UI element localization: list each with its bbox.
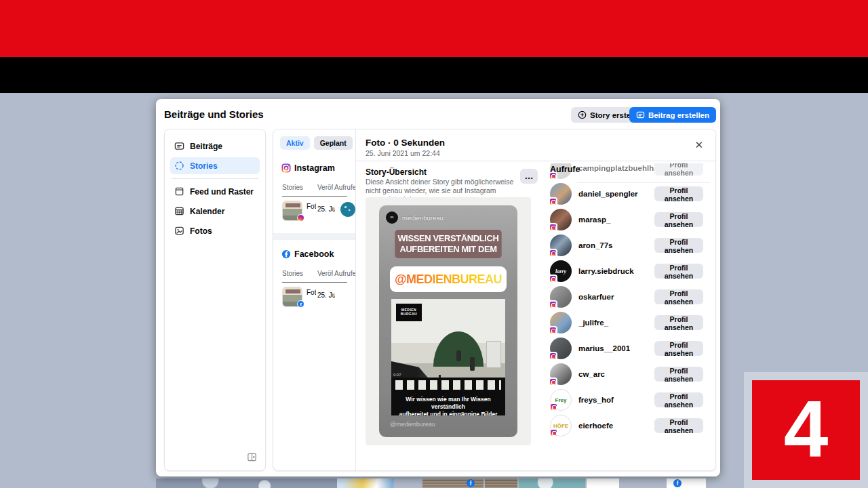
- facebook-badge-icon: f: [467, 479, 475, 487]
- view-profile-button[interactable]: Profil ansehen: [654, 212, 703, 227]
- screen: f f Beiträge und Stories Story erstellen…: [0, 0, 868, 488]
- sidebar: Beiträge Stories Feed und Raster Kalende: [164, 129, 266, 471]
- viewer-username: oskarfuer: [578, 293, 654, 301]
- view-profile-button[interactable]: Profil ansehen: [654, 341, 703, 356]
- viewer-row: _julifre_ Profil ansehen: [547, 310, 715, 336]
- page-avatar: [340, 202, 355, 217]
- table-header-divider: [282, 196, 347, 197]
- viewer-username: _julifre_: [578, 319, 654, 327]
- sidebar-item-stories[interactable]: Stories: [170, 157, 260, 174]
- story-detail-panel: Foto · 0 Sekunden 25. Juni 2021 um 22:44…: [356, 129, 715, 470]
- instagram-story-row[interactable]: Foto November 25. Juni: [282, 199, 355, 226]
- instagram-badge-icon: [549, 326, 557, 335]
- story-photo: MEDIEN BUREAU 0:07 Wir wissen wie man Ih…: [391, 299, 505, 415]
- posts-and-stories-modal: Beiträge und Stories Story erstellen Bei…: [156, 99, 720, 476]
- thumbnail-image: [587, 479, 619, 488]
- facebook-icon: [281, 249, 291, 259]
- tab-aktiv[interactable]: Aktiv: [280, 136, 310, 150]
- account-avatar: MB: [386, 211, 398, 224]
- sidebar-item-beitraege[interactable]: Beiträge: [170, 138, 260, 155]
- view-profile-button[interactable]: Profil ansehen: [654, 264, 703, 279]
- view-profile-button[interactable]: Profil ansehen: [654, 163, 703, 176]
- instagram-icon: [281, 163, 291, 173]
- instagram-badge-icon: [549, 428, 558, 437]
- view-profile-button[interactable]: Profil ansehen: [654, 315, 703, 330]
- story-headline: WISSEN VERSTÄNDLICH AUFBEREITEN MIT DEM: [395, 230, 501, 258]
- viewer-username: freys_hof: [578, 396, 654, 404]
- sidebar-item-feed-und-raster[interactable]: Feed und Raster: [170, 183, 260, 200]
- viewer-username: eierhoefe: [578, 422, 654, 430]
- collapse-sidebar-icon[interactable]: [247, 452, 257, 462]
- viewer-row: HÖFE eierhoefe Profil ansehen: [547, 413, 715, 439]
- instagram-badge-icon: [549, 274, 557, 283]
- view-profile-button[interactable]: Profil ansehen: [654, 289, 703, 304]
- more-options-button[interactable]: …: [520, 169, 538, 184]
- view-profile-button[interactable]: Profil ansehen: [654, 418, 703, 433]
- avatar: [550, 209, 572, 230]
- viewer-username: daniel_spengler: [578, 190, 654, 198]
- viewer-row: aron_77s Profil ansehen: [547, 232, 715, 258]
- viewer-row: cw_arc Profil ansehen: [547, 361, 715, 387]
- viewer-username: aron_77s: [578, 241, 654, 249]
- person-figure: [470, 357, 475, 371]
- thumbnail-image: [337, 479, 394, 488]
- viewer-username: marius__2001: [578, 344, 654, 352]
- close-icon[interactable]: ✕: [693, 139, 705, 151]
- content-card: Aktiv Geplant Archiv Instagram Stories V…: [273, 129, 716, 471]
- table-header-divider: [282, 282, 347, 283]
- viewer-username: campingplatzbuehlhausen: [578, 164, 654, 172]
- instagram-badge-icon: [549, 197, 557, 206]
- story-preview: MB medienbureau WISSEN VERSTÄNDLICH AUFB…: [379, 205, 517, 437]
- view-profile-button[interactable]: Profil ansehen: [654, 186, 703, 201]
- viewer-row: larry larry.siebdruck Profil ansehen: [547, 258, 715, 284]
- viewers-heading: Aufrufe: [550, 165, 580, 174]
- feed-grid-icon: [174, 186, 184, 197]
- story-footer-mention: @medienbureau: [390, 421, 435, 428]
- tab-geplant[interactable]: Geplant: [314, 136, 353, 150]
- viewer-username: cw_arc: [578, 370, 654, 378]
- view-profile-button[interactable]: Profil ansehen: [654, 392, 703, 407]
- view-profile-button[interactable]: Profil ansehen: [654, 238, 703, 253]
- instagram-badge-icon: [549, 378, 557, 386]
- story-caption: Wir wissen wie man Ihr Wissen verständli…: [391, 392, 505, 415]
- divider: [172, 178, 258, 179]
- divider: [356, 161, 715, 161]
- post-icon: [636, 110, 645, 119]
- viewer-row: marius__2001 Profil ansehen: [547, 336, 715, 361]
- overview-title: Story-Übersicht: [366, 167, 427, 177]
- avatar: larry: [550, 260, 572, 282]
- avatar: [550, 183, 572, 205]
- story-mention-sticker: @MEDIENBUREAU: [390, 266, 507, 292]
- instagram-badge-icon: [549, 403, 558, 411]
- divider: [577, 182, 710, 183]
- thumbnail-image: [485, 479, 517, 488]
- plus-circle-icon: [578, 110, 587, 119]
- section-separator: [273, 233, 355, 240]
- badge-number: 4: [784, 389, 829, 469]
- story-preview-container: MB medienbureau WISSEN VERSTÄNDLICH AUFB…: [366, 197, 531, 445]
- red-number-badge: 4: [744, 372, 868, 488]
- sidebar-item-kalender[interactable]: Kalender: [170, 203, 260, 220]
- table-header-row: Stories Veröffentlicht Aufrufe: [282, 184, 347, 193]
- viewer-row: marasp_ Profil ansehen: [547, 207, 715, 232]
- viewer-row: oskarfuer Profil ansehen: [547, 284, 715, 310]
- viewers-list: campingplatzbuehlhausen Profil ansehen d…: [547, 163, 715, 439]
- instagram-badge-icon: [549, 300, 557, 309]
- facebook-story-row[interactable]: f Foto November 25. Juni: [282, 285, 355, 312]
- story-timestamp: 25. Juni 2021 um 22:44: [366, 149, 440, 157]
- create-post-button[interactable]: Beitrag erstellen: [629, 107, 716, 123]
- view-profile-button[interactable]: Profil ansehen: [654, 367, 703, 382]
- container: [486, 341, 501, 368]
- biogas-dome: [433, 331, 484, 367]
- viewer-row: Frey freys_hof Profil ansehen: [547, 387, 715, 413]
- instagram-badge-icon: [549, 352, 557, 361]
- posts-icon: [174, 141, 184, 151]
- calendar-icon: [174, 206, 184, 216]
- thumbnail-image: [519, 479, 585, 488]
- sidebar-item-fotos[interactable]: Fotos: [170, 222, 260, 239]
- instagram-badge-icon: [297, 214, 304, 222]
- medienbureau-logo: MEDIEN BUREAU: [396, 304, 422, 321]
- page-title: Beiträge und Stories: [164, 108, 264, 120]
- instagram-badge-icon: [549, 223, 557, 232]
- avatar: [550, 338, 572, 359]
